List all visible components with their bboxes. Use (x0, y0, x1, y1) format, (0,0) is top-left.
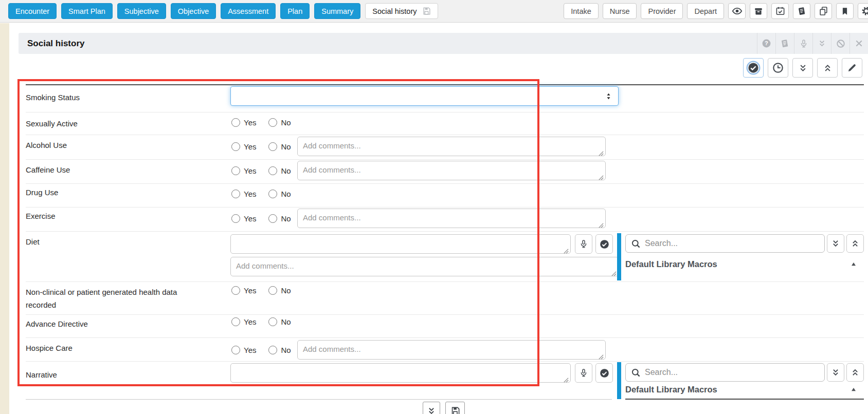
alcohol-comments-textarea[interactable] (297, 137, 606, 156)
advance-directive-no-radio[interactable] (268, 317, 277, 326)
hospice-care-no-radio[interactable] (268, 346, 277, 354)
archive-button[interactable] (750, 3, 767, 19)
sexually-active-yes-radio[interactable] (231, 118, 240, 127)
nurse-button[interactable]: Nurse (603, 3, 637, 19)
table-bottom-border (26, 399, 612, 400)
row-label-exercise: Exercise (26, 210, 216, 222)
diet-macro-expand-button[interactable] (827, 234, 844, 253)
book-icon (780, 39, 790, 48)
history-button[interactable] (768, 58, 788, 78)
exercise-comments-textarea[interactable] (297, 209, 606, 228)
sexually-active-no-radio[interactable] (268, 118, 277, 127)
row-label-caffeine-use: Caffeine Use (26, 163, 216, 176)
non-clinical-radios: Yes No (231, 284, 291, 296)
top-tab-bar: Encounter Smart Plan Subjective Objectiv… (0, 0, 868, 23)
alcohol-use-no-radio[interactable] (268, 142, 277, 151)
bookmark-button[interactable] (836, 3, 854, 19)
edit-button[interactable] (842, 58, 862, 78)
non-clinical-yes-radio[interactable] (231, 286, 240, 295)
narrative-macro-collapse-button[interactable] (846, 363, 864, 382)
active-tab-label: Social history (372, 7, 417, 15)
tab-social-history-active[interactable]: Social history (365, 3, 438, 19)
hospice-care-yes-radio[interactable] (231, 346, 240, 354)
double-chevron-down-icon (427, 406, 436, 414)
triangle-up-icon[interactable] (849, 260, 858, 270)
hospice-comments-textarea[interactable] (297, 340, 606, 360)
collapse-sections-button[interactable] (817, 58, 838, 78)
library-button[interactable] (775, 33, 794, 54)
advance-directive-yes-radio[interactable] (231, 317, 240, 326)
non-clinical-no-radio[interactable] (268, 286, 277, 295)
tab-summary[interactable]: Summary (314, 3, 360, 19)
tab-objective[interactable]: Objective (171, 3, 216, 19)
settings-button[interactable] (858, 3, 868, 19)
sexually-active-radios: Yes No (231, 116, 291, 128)
tab-smart-plan[interactable]: Smart Plan (61, 3, 113, 19)
close-button[interactable] (849, 33, 868, 54)
eye-icon (732, 6, 743, 16)
drug-use-yes-radio[interactable] (231, 190, 240, 198)
calendar-button[interactable] (771, 3, 789, 19)
chart-tabs: Encounter Smart Plan Subjective Objectiv… (8, 3, 438, 19)
search-icon (631, 368, 641, 378)
cancel-button[interactable] (831, 33, 849, 54)
tab-plan[interactable]: Plan (280, 3, 310, 19)
copy-button[interactable] (815, 3, 832, 19)
diet-macro-section-title: Default Library Macros (625, 259, 717, 269)
tab-encounter[interactable]: Encounter (8, 3, 57, 19)
diet-dictate-button[interactable] (575, 234, 592, 254)
exercise-no-radio[interactable] (268, 214, 277, 223)
row-label-non-clinical: Non-clinical or patient generated health… (26, 286, 198, 311)
book-button[interactable] (793, 3, 810, 19)
complete-button[interactable] (743, 58, 764, 78)
diet-macro-search-input[interactable] (645, 239, 819, 248)
smoking-status-select[interactable] (230, 86, 619, 106)
triangle-up-icon[interactable] (849, 385, 858, 396)
caffeine-use-yes-radio[interactable] (231, 166, 240, 175)
expand-sections-button[interactable] (792, 58, 813, 78)
caffeine-use-radios: Yes No (231, 164, 291, 177)
diet-value-textarea[interactable] (230, 234, 571, 254)
copy-icon (819, 6, 828, 16)
diet-comments-textarea[interactable] (230, 257, 619, 276)
narrative-dictate-button[interactable] (575, 363, 592, 383)
diet-confirm-button[interactable] (595, 234, 613, 254)
footer-save-button[interactable] (445, 402, 465, 414)
double-chevron-up-icon (851, 239, 860, 248)
provider-button[interactable]: Provider (641, 3, 683, 19)
depart-button[interactable]: Depart (687, 3, 724, 19)
macro-panel-accent-bar (617, 362, 621, 399)
diet-macro-collapse-button[interactable] (846, 234, 864, 253)
save-icon (450, 406, 460, 414)
close-icon (855, 39, 863, 48)
row-label-advance-directive: Advance Directive (26, 317, 216, 330)
dictation-button[interactable] (794, 33, 812, 54)
alcohol-use-yes-radio[interactable] (231, 142, 240, 151)
narrative-value-textarea[interactable] (230, 363, 571, 383)
expand-all-button[interactable] (812, 33, 831, 54)
caffeine-comments-textarea[interactable] (297, 161, 606, 180)
eye-button[interactable] (728, 3, 746, 19)
footer-expand-button[interactable] (423, 402, 440, 414)
tab-subjective[interactable]: Subjective (117, 3, 166, 19)
drug-use-radios: Yes No (231, 187, 291, 200)
panel-toolbar (743, 58, 862, 78)
narrative-macro-section-title: Default Library Macros (625, 385, 717, 394)
narrative-confirm-button[interactable] (595, 363, 613, 383)
narrative-macro-expand-button[interactable] (827, 363, 844, 382)
alcohol-use-radios: Yes No (231, 140, 291, 153)
macro-section-underline (625, 399, 864, 400)
tab-assessment[interactable]: Assessment (221, 3, 276, 19)
microphone-icon (579, 368, 588, 378)
intake-button[interactable]: Intake (564, 3, 599, 19)
help-button[interactable] (757, 33, 775, 54)
select-updown-icon (604, 92, 613, 101)
exercise-yes-radio[interactable] (231, 214, 240, 223)
microphone-icon (799, 39, 808, 48)
clock-icon (772, 62, 784, 73)
drug-use-no-radio[interactable] (268, 190, 277, 198)
caffeine-use-no-radio[interactable] (268, 166, 277, 175)
settings-gears-icon (861, 6, 868, 16)
narrative-macro-search-input[interactable] (645, 368, 819, 377)
double-chevron-up-icon (823, 63, 833, 73)
